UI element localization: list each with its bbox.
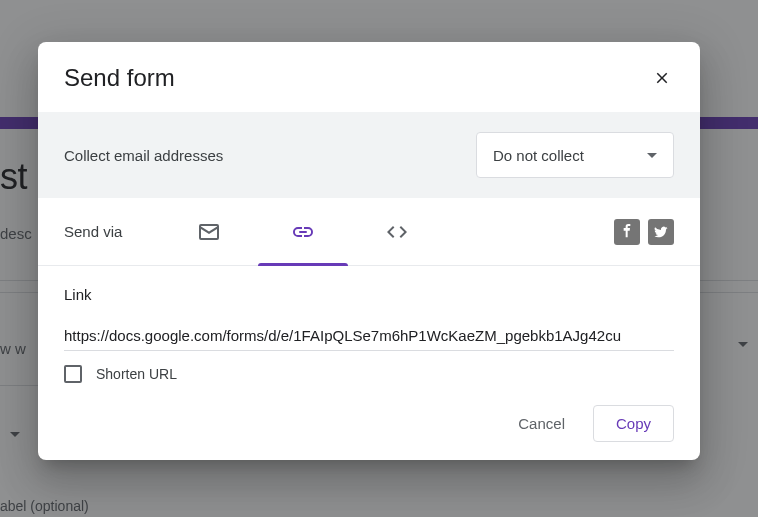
shorten-url-label: Shorten URL (96, 366, 177, 382)
share-facebook-button[interactable] (614, 219, 640, 245)
checkbox-icon (64, 365, 82, 383)
shorten-url-checkbox-row[interactable]: Shorten URL (64, 365, 674, 383)
tab-email[interactable] (162, 198, 256, 265)
twitter-icon (653, 224, 669, 240)
code-icon (385, 220, 409, 244)
mail-icon (197, 220, 221, 244)
dropdown-caret-icon (647, 153, 657, 158)
send-via-row: Send via (38, 198, 700, 266)
share-twitter-button[interactable] (648, 219, 674, 245)
collect-email-row: Collect email addresses Do not collect (38, 112, 700, 198)
close-button[interactable] (650, 66, 674, 90)
send-form-dialog: Send form Collect email addresses Do not… (38, 42, 700, 460)
link-section-label: Link (64, 286, 674, 303)
tab-link[interactable] (256, 198, 350, 265)
close-icon (653, 69, 671, 87)
copy-button[interactable]: Copy (593, 405, 674, 442)
send-via-label: Send via (64, 223, 122, 240)
collect-email-label: Collect email addresses (64, 147, 223, 164)
facebook-icon (619, 224, 635, 240)
tab-embed[interactable] (350, 198, 444, 265)
link-url-input[interactable] (64, 323, 674, 351)
cancel-button[interactable]: Cancel (506, 407, 577, 440)
collect-email-selected-value: Do not collect (493, 147, 584, 164)
link-icon (291, 220, 315, 244)
dialog-title: Send form (64, 64, 175, 92)
collect-email-dropdown[interactable]: Do not collect (476, 132, 674, 178)
